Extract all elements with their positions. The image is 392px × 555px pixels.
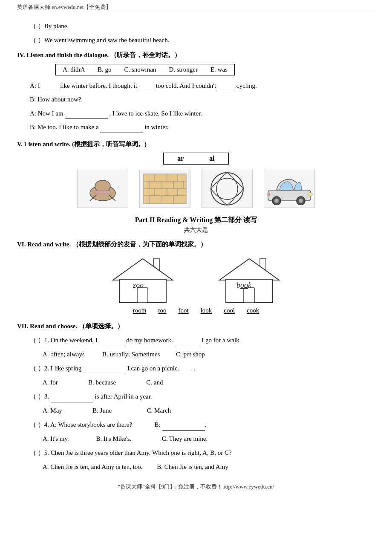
q5-choices: A. Chen Jie is ten, and Amy is ten, too.… (43, 461, 375, 473)
q2-text: 2. I like spring I can go on a picnic. . (44, 363, 195, 374)
svg-text:book: book (236, 281, 252, 289)
wall-svg (141, 172, 188, 206)
svg-rect-38 (244, 288, 254, 303)
section-5: V. Listen and write. (根据提示，听音写单词。) ar al (17, 139, 375, 208)
section-7: VII. Read and choose. （单项选择。） （ ） 1. On … (17, 321, 375, 473)
blank-4[interactable] (65, 112, 108, 119)
footer-text: "备课大师"全科【9门】: 免注册，不收费！http://www.eywedu.… (118, 483, 274, 490)
q4-choices: A. It's my. B. It's Mike's. C. They are … (43, 433, 375, 445)
question-5-row: （ ） 5. Chen Jie is three years older tha… (30, 447, 375, 459)
house-book: book (213, 254, 285, 304)
dialog-line-4: B: Me too. I like to make a in winter. (30, 122, 375, 133)
img-box-2 (139, 170, 190, 208)
section-4: IV. Listen and finish the dialogue. （听录音… (17, 50, 375, 133)
svg-rect-5 (144, 174, 186, 204)
img-item-4 (262, 170, 317, 208)
page-header: 英语备课大师 en.eywedu.net【全免费】 (17, 0, 375, 13)
top-section: （ ）By plane. （ ）We went swimming and saw… (17, 21, 375, 46)
section7-title: VII. Read and choose. （单项选择。） (17, 321, 375, 332)
q1-text: 1. On the weekend, I do my homework. I g… (44, 335, 241, 346)
images-row (17, 170, 375, 208)
header-text: 英语备课大师 en.eywedu.net【全免费】 (17, 4, 111, 10)
word-cool: cool (224, 307, 235, 314)
q1-blank-2[interactable] (175, 339, 200, 346)
q2-choices: A. for B. because C. and (43, 377, 375, 388)
section6-title: VI. Read and write. （根据划线部分的发音，为下面的单词找家。… (17, 239, 375, 250)
q2-blank[interactable] (83, 367, 126, 374)
img-box-1 (77, 170, 128, 208)
question-2-row: （ ） 2. I like spring I can go on a picni… (30, 363, 375, 374)
dialog-line-3: A: Now I am , I love to ice-skate, So I … (30, 108, 375, 119)
top-line-1: （ ）By plane. (30, 21, 375, 32)
page-footer: "备课大师"全科【9门】: 免注册，不收费！http://www.eywedu.… (17, 483, 375, 491)
house-book-svg: book (213, 254, 285, 304)
dialog-line-1: A: I like winter before. I thought it to… (30, 81, 375, 92)
dialog-line-2: B: How about now? (30, 94, 375, 105)
section4-title: IV. Listen and finish the dialogue. （听录音… (17, 50, 375, 61)
section-6: VI. Read and write. （根据划线部分的发音，为下面的单词找家。… (17, 239, 375, 314)
houses-row: zoo book (17, 254, 375, 304)
svg-point-25 (274, 199, 279, 203)
words-row: room too foot look cool cook (17, 307, 375, 314)
question-1-row: （ ） 1. On the weekend, I do my homework.… (30, 335, 375, 346)
car-svg (266, 173, 313, 205)
house-zoo-svg: zoo (107, 254, 179, 304)
q4-text: 4. A: Whose storybooks are there? B: . (44, 419, 207, 431)
q1-blank-1[interactable] (99, 339, 124, 346)
q1-choices: A. often; always B. usually; Sometimes C… (43, 349, 375, 360)
part2-header: Part II Reading & Writing 第二部分 读写 (17, 216, 375, 225)
img-item-3 (199, 170, 255, 208)
img-item-1 (75, 170, 130, 208)
word-box: A. didn't B. go C. snowman D. stronger E… (55, 64, 235, 75)
blank-5[interactable] (100, 126, 143, 133)
q3-choices: A. May B. June C. March (43, 405, 375, 416)
svg-point-27 (299, 199, 303, 203)
question-3-row: （ ） 3. is after April in a year. (30, 391, 375, 402)
svg-point-28 (308, 193, 312, 196)
q3-blank[interactable] (51, 396, 93, 402)
svg-point-22 (211, 173, 243, 205)
house-zoo: zoo (107, 254, 179, 304)
q5-text: 5. Chen Jie is three years older than Am… (44, 447, 232, 459)
svg-rect-4 (95, 191, 110, 194)
part2-subtitle: 共六大题 (17, 226, 375, 234)
q4-blank[interactable] (162, 424, 205, 431)
blank-2[interactable] (137, 84, 154, 91)
word-box-container: A. didn't B. go C. snowman D. stronger E… (30, 64, 375, 81)
q3-text: 3. is after April in a year. (44, 391, 152, 402)
ar-al-box: ar al (17, 153, 375, 165)
svg-marker-31 (113, 259, 173, 280)
question-4-row: （ ） 4. A: Whose storybooks are there? B:… (30, 419, 375, 431)
arm-svg (79, 172, 126, 206)
volleyball-svg (208, 170, 246, 208)
img-item-2 (137, 170, 193, 208)
ar-al-inner: ar al (163, 153, 229, 165)
word-cook: cook (247, 307, 259, 314)
img-box-3 (202, 170, 253, 208)
svg-rect-33 (137, 288, 148, 303)
section5-title: V. Listen and write. (根据提示，听音写单词。) (17, 139, 375, 150)
svg-text:zoo: zoo (133, 281, 144, 289)
word-foot: foot (178, 307, 188, 314)
blank-1[interactable] (42, 84, 59, 91)
blank-3[interactable] (218, 84, 235, 91)
word-look: look (201, 307, 212, 314)
word-too: too (158, 307, 166, 314)
img-box-4 (264, 170, 315, 208)
svg-rect-29 (268, 193, 270, 196)
word-room: room (133, 307, 147, 314)
svg-marker-36 (219, 259, 279, 280)
top-line-2: （ ）We went swimming and saw the beautifu… (30, 35, 375, 46)
